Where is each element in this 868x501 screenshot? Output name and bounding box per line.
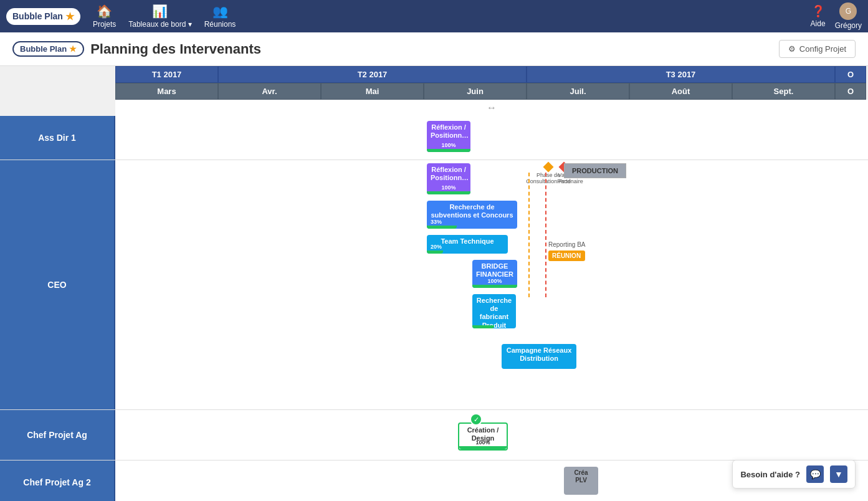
- page-logo-text: Bubble Plan: [20, 44, 67, 54]
- label-ass-dir-1: Ass Dir 1: [0, 116, 115, 160]
- month-aout: Août: [629, 83, 732, 100]
- page-logo-star: ★: [69, 44, 77, 54]
- nav-logo-text: Bubble Plan: [12, 11, 63, 21]
- nav-logo-star: ★: [65, 11, 74, 22]
- help-chevron-button[interactable]: ▼: [830, 465, 847, 483]
- checkmark-creation: ✓: [470, 413, 482, 426]
- month-juin: Juin: [424, 83, 527, 100]
- month-juil: Juil.: [527, 83, 629, 100]
- task-reflexion-ceo[interactable]: Réflexion / Positionn… 100%: [427, 163, 470, 194]
- task-creation-plv[interactable]: Créa PLV: [564, 467, 598, 495]
- nav-projets-label: Projets: [93, 20, 116, 29]
- avatar: G: [839, 2, 857, 20]
- config-projet-button[interactable]: ⚙ Config Projet: [779, 40, 856, 58]
- help-icon: ❓: [811, 4, 825, 18]
- task-bridge-financier-ceo[interactable]: BRIDGE FINANCIER 100%: [472, 260, 517, 288]
- nav-help[interactable]: ❓ Aide: [811, 4, 826, 28]
- row-chef-projet-ag: Chef Projet Ag ✓ Création / Design 100%: [0, 410, 868, 460]
- nav-help-label: Aide: [811, 19, 826, 28]
- quarter-t1: T1 2017: [115, 66, 218, 83]
- content-chef-projet-ag: ✓ Création / Design 100%: [115, 410, 868, 460]
- reunions-icon: 👥: [212, 4, 228, 19]
- label-production: PRODUCTION: [564, 163, 626, 178]
- quarter-t2: T2 2017: [218, 66, 527, 83]
- task-campagne-distribution[interactable]: Campagne Réseaux Distribution: [502, 344, 576, 369]
- quarter-t4: O: [835, 66, 866, 83]
- help-widget-text: Besoin d'aide ?: [740, 470, 800, 479]
- page-title-area: Bubble Plan ★ Planning des Intervenants: [12, 41, 261, 57]
- quarter-header: T1 2017 T2 2017 T3 2017 O: [115, 66, 868, 83]
- label-ceo: CEO: [0, 160, 115, 409]
- content-ass-dir-1: Réflexion / Positionn… 100%: [115, 116, 868, 160]
- month-avr: Avr.: [218, 83, 321, 100]
- gantt-container: T1 2017 T2 2017 T3 2017 O Mars Avr. Mai …: [0, 66, 868, 501]
- projets-icon: 🏠: [97, 4, 112, 19]
- row-ass-dir-1: Ass Dir 1 Réflexion / Positionn… 100%: [0, 116, 868, 160]
- badge-reunion-ceo: RÉUNION: [548, 250, 585, 261]
- tableaux-icon: 📊: [152, 4, 168, 19]
- task-recherche-fabricant[interactable]: Recherche de fabricant Produit: [472, 294, 516, 328]
- task-creation-design[interactable]: Création / Design 100%: [458, 422, 508, 451]
- task-recherche-subventions[interactable]: Recherche de subventions et Concours 33%: [427, 201, 517, 229]
- month-header: Mars Avr. Mai Juin Juil. Août Sept. O: [115, 83, 868, 100]
- page-header: Bubble Plan ★ Planning des Intervenants …: [0, 32, 868, 66]
- page-title: Planning des Intervenants: [90, 41, 261, 57]
- nav-projets[interactable]: 🏠 Projets: [93, 4, 116, 29]
- month-sept: Sept.: [732, 83, 835, 100]
- top-navigation: Bubble Plan ★ 🏠 Projets 📊 Tableaux de bo…: [0, 0, 868, 32]
- month-mars: Mars: [115, 83, 218, 100]
- task-team-technique[interactable]: Team Technique 20%: [427, 235, 508, 254]
- quarter-t3: T3 2017: [527, 66, 835, 83]
- label-chef-projet-ag: Chef Projet Ag: [0, 410, 115, 460]
- scroll-indicator: ↔: [115, 100, 868, 116]
- content-ceo: Réflexion / Positionn… 100% Recherche de…: [115, 160, 868, 409]
- nav-tableaux[interactable]: 📊 Tableaux de bord ▾: [128, 4, 191, 29]
- help-chat-button[interactable]: 💬: [806, 465, 824, 483]
- month-o: O: [835, 83, 866, 100]
- nav-logo[interactable]: Bubble Plan ★: [6, 8, 80, 25]
- nav-user-label: Grégory: [835, 21, 862, 30]
- nav-tableaux-label: Tableaux de bord ▾: [128, 20, 191, 29]
- month-mai: Mai: [321, 83, 424, 100]
- gantt-body: Ass Dir 1 Réflexion / Positionn… 100% CE…: [0, 116, 868, 501]
- nav-reunions-label: Réunions: [204, 20, 236, 29]
- task-reflexion-ass[interactable]: Réflexion / Positionn… 100%: [427, 121, 470, 152]
- config-btn-label: Config Projet: [799, 44, 846, 54]
- row-ceo: CEO Réflexion / Positionn… 100% Recherch…: [0, 160, 868, 410]
- nav-reunions[interactable]: 👥 Réunions: [204, 4, 236, 29]
- nav-user[interactable]: G Grégory: [835, 2, 862, 30]
- page-logo: Bubble Plan ★: [12, 41, 84, 57]
- help-widget: Besoin d'aide ? 💬 ▼: [732, 460, 856, 489]
- config-gear-icon: ⚙: [788, 44, 796, 54]
- label-chef-projet-ag2: Chef Projet Ag 2: [0, 460, 115, 501]
